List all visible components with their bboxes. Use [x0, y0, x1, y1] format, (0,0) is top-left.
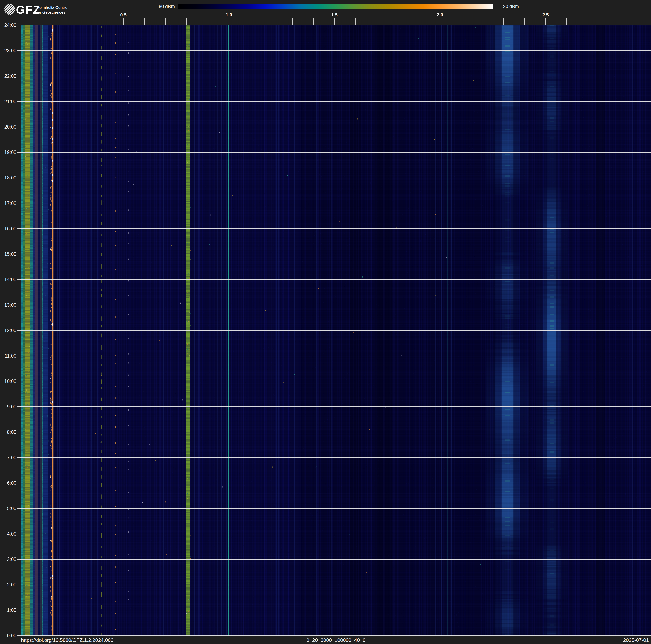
- time-label: 24:00: [0, 23, 17, 28]
- hour-gridline: [17, 330, 651, 331]
- freq-tick: [60, 19, 60, 25]
- time-label: 12:00: [0, 328, 17, 333]
- time-label: 20:00: [0, 124, 17, 130]
- hour-gridline: [17, 305, 651, 305]
- freq-tick: [39, 19, 39, 25]
- hour-gridline: [17, 279, 651, 280]
- hour-gridline: [17, 178, 651, 178]
- freq-tick: [102, 19, 102, 25]
- freq-tick: [271, 19, 271, 25]
- hour-gridline: [17, 559, 651, 559]
- freq-tick: [461, 19, 461, 25]
- freq-tick-label: 2.5: [539, 12, 552, 18]
- freq-tick: [524, 19, 525, 25]
- freq-tick: [186, 19, 187, 25]
- freq-tick: [144, 19, 145, 25]
- time-label: 22:00: [0, 74, 17, 79]
- hour-gridline: [17, 635, 651, 636]
- spectrogram-screen: GFZ Helmholtz Centre for Geosciences -80…: [0, 0, 651, 644]
- hour-gridline: [17, 508, 651, 509]
- hour-gridline: [17, 585, 651, 585]
- hour-gridline: [17, 381, 651, 381]
- time-label: 4:00: [0, 531, 17, 536]
- time-label: 9:00: [0, 404, 17, 409]
- freq-tick: [123, 19, 124, 25]
- freq-tick: [165, 19, 166, 25]
- freq-tick: [482, 19, 483, 25]
- freq-tick-label: 1.5: [328, 12, 341, 18]
- freq-tick: [355, 19, 356, 25]
- time-label: 8:00: [0, 430, 17, 435]
- time-label: 1:00: [0, 608, 17, 613]
- freq-tick-label: 0.5: [117, 12, 130, 18]
- time-label: 16:00: [0, 226, 17, 231]
- time-label: 21:00: [0, 99, 17, 104]
- hour-gridline: [17, 432, 651, 432]
- hour-gridline: [17, 76, 651, 76]
- freq-tick: [566, 19, 567, 25]
- hour-gridline: [17, 51, 651, 51]
- freq-tick: [419, 19, 419, 25]
- freq-tick: [503, 19, 503, 25]
- hour-gridline: [17, 152, 651, 153]
- gfz-logo: [4, 3, 17, 18]
- time-label: 2:00: [0, 582, 17, 587]
- freq-tick: [609, 19, 609, 25]
- time-label: 6:00: [0, 480, 17, 486]
- gfz-logo-name: Helmholtz Centre for Geosciences: [36, 5, 67, 15]
- freq-tick: [292, 19, 292, 25]
- time-label: 23:00: [0, 48, 17, 53]
- hour-gridline: [17, 229, 651, 229]
- freq-tick-label: 2.0: [434, 12, 446, 18]
- freq-tick: [398, 19, 398, 25]
- time-label: 10:00: [0, 379, 17, 384]
- time-label: 7:00: [0, 455, 17, 460]
- time-label: 19:00: [0, 150, 17, 155]
- freq-tick: [250, 19, 250, 25]
- gfz-logo-mark: [4, 3, 17, 16]
- freq-tick: [229, 19, 229, 25]
- freq-tick: [588, 19, 588, 25]
- gfz-logo-name-line1: Helmholtz Centre: [36, 5, 67, 10]
- time-label: 0:00: [0, 633, 17, 638]
- time-label: 14:00: [0, 277, 17, 282]
- time-label: 17:00: [0, 201, 17, 206]
- date-label: 2025-07-01: [623, 637, 649, 643]
- freq-tick: [546, 19, 546, 25]
- hour-gridline: [17, 254, 651, 254]
- hour-gridline: [17, 534, 651, 534]
- time-label: 11:00: [0, 353, 17, 358]
- freq-tick-label: 1.0: [223, 12, 235, 18]
- freq-tick: [440, 19, 440, 25]
- freq-tick: [208, 19, 208, 25]
- hour-gridline: [17, 203, 651, 203]
- gfz-logo-name-line2: for Geosciences: [36, 10, 67, 15]
- time-label: 3:00: [0, 557, 17, 562]
- freq-tick: [81, 19, 82, 25]
- colorbar-max-label: -20 dBm: [501, 4, 544, 9]
- freq-tick: [630, 19, 630, 25]
- hour-gridline: [17, 483, 651, 483]
- hour-gridline: [17, 457, 651, 458]
- hour-gridline: [17, 610, 651, 610]
- freq-tick: [313, 19, 313, 25]
- hour-gridline: [17, 356, 651, 356]
- time-label: 18:00: [0, 175, 17, 180]
- freq-tick: [334, 19, 335, 25]
- colorbar-min-label: -80 dBm: [138, 4, 175, 9]
- time-label: 5:00: [0, 506, 17, 511]
- dataset-params: 0_20_3000_100000_40_0: [21, 637, 651, 643]
- hour-gridline: [17, 101, 651, 102]
- hour-gridline: [17, 407, 651, 407]
- colorbar-gradient: [179, 4, 493, 9]
- time-label: 15:00: [0, 252, 17, 257]
- time-label: 13:00: [0, 302, 17, 308]
- hour-gridline: [17, 127, 651, 127]
- freq-tick: [376, 19, 377, 25]
